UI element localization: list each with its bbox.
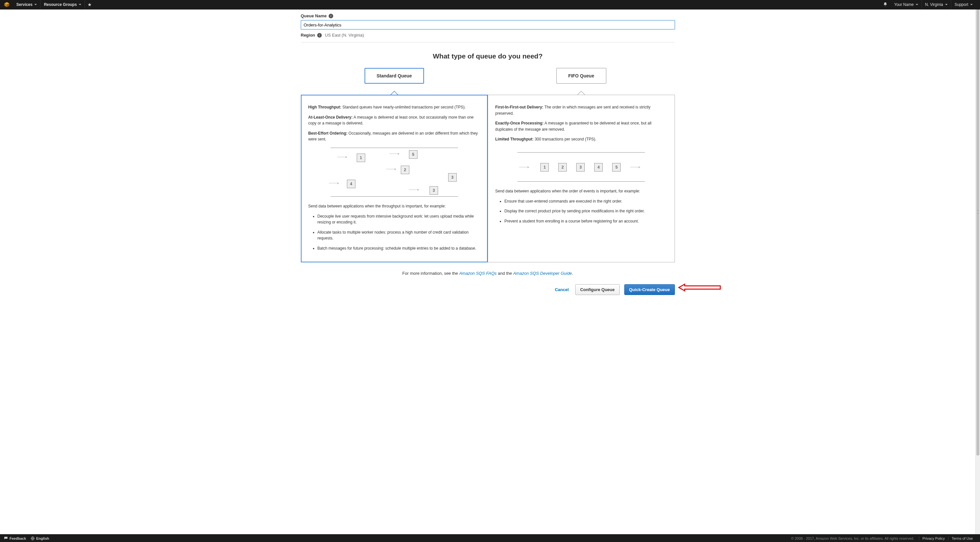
notifications-icon[interactable]: [880, 2, 891, 8]
nav-resource-groups-label: Resource Groups: [44, 2, 77, 7]
nav-support[interactable]: Support: [951, 0, 976, 9]
nav-user-label: Your Name: [894, 2, 914, 7]
pin-icon[interactable]: ★: [85, 2, 94, 7]
nav-region[interactable]: N. Virginia: [922, 0, 951, 9]
nav-resource-groups[interactable]: Resource Groups: [40, 0, 85, 9]
nav-services-label: Services: [16, 2, 32, 7]
nav-user[interactable]: Your Name: [891, 0, 922, 9]
nav-region-label: N. Virginia: [925, 2, 943, 7]
topnav: Services Resource Groups ★ Your Name N. …: [0, 0, 980, 10]
nav-support-label: Support: [955, 2, 968, 7]
aws-logo-icon[interactable]: [4, 2, 10, 8]
nav-services[interactable]: Services: [13, 0, 40, 9]
